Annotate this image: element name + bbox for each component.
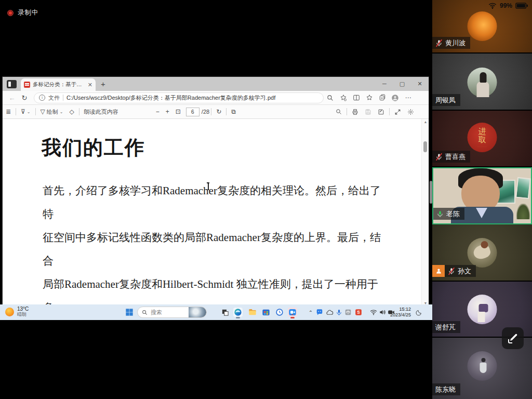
pdf-settings-gear-icon[interactable] bbox=[404, 109, 417, 115]
pdf-print-button[interactable] bbox=[349, 109, 362, 115]
participant-name: 谢舒芃 bbox=[435, 323, 456, 332]
clock-date: 2023/4/25 bbox=[387, 312, 411, 318]
participant-name: 黄川波 bbox=[445, 38, 466, 48]
participant-nametag: 孙文 bbox=[445, 265, 476, 277]
taskbar-clock-app-icon[interactable] bbox=[275, 308, 284, 317]
close-button[interactable]: ✕ bbox=[411, 77, 429, 91]
profile-avatar-icon[interactable] bbox=[389, 92, 402, 103]
pdf-fullscreen-button[interactable] bbox=[391, 109, 404, 115]
battery-icon bbox=[515, 3, 528, 9]
maximize-button[interactable]: ▢ bbox=[393, 77, 411, 91]
back-icon[interactable]: ← bbox=[6, 94, 18, 102]
address-bar[interactable]: i 文件 C:/Users/wscz9/Desktop/多标记分类：基于局部Ra… bbox=[34, 92, 324, 103]
divider bbox=[35, 108, 36, 115]
tray-ime-icon[interactable] bbox=[343, 308, 353, 317]
tray-microphone-icon[interactable] bbox=[334, 308, 343, 317]
participant-name: 周银凤 bbox=[435, 96, 456, 105]
slide-paragraph: 首先，介绍了多核学习和Rademacher复杂度的相关理论。然后，给出了特 征空… bbox=[43, 179, 387, 306]
taskbar-meeting-app-icon[interactable] bbox=[288, 308, 297, 317]
participant-name: 陈东晓 bbox=[435, 385, 456, 394]
avatar bbox=[468, 11, 497, 41]
refresh-icon[interactable]: ↻ bbox=[18, 94, 31, 102]
pdf-draw-button[interactable]: ▽ 绘制 ⌄ bbox=[37, 108, 66, 116]
plant bbox=[516, 204, 530, 219]
participant-tile[interactable]: 周银凤 bbox=[432, 54, 532, 111]
pdf-file-icon bbox=[24, 82, 30, 88]
url-scheme-label: 文件 bbox=[48, 94, 60, 102]
tray-expand-chevron-icon[interactable]: ⌃ bbox=[308, 308, 314, 317]
tray-chat-icon[interactable] bbox=[315, 308, 324, 317]
tray-s-app-icon[interactable]: S bbox=[354, 308, 363, 317]
tab-close-icon[interactable]: ✕ bbox=[88, 82, 92, 88]
pdf-save-as-button[interactable] bbox=[375, 109, 388, 115]
tray-volume-icon[interactable] bbox=[378, 308, 387, 317]
participant-tile[interactable]: 进取 ········ 曹喜燕 bbox=[432, 111, 532, 167]
battery-percent: 99% bbox=[500, 2, 512, 9]
minimize-button[interactable]: ─ bbox=[376, 77, 393, 91]
windows-taskbar: 13°C 晴朗 搜索 ⌃ bbox=[0, 304, 432, 320]
recording-dot-icon bbox=[7, 10, 14, 16]
participant-nametag: 黄川波 bbox=[432, 37, 470, 49]
split-screen-icon[interactable] bbox=[350, 92, 363, 103]
divider bbox=[389, 108, 390, 115]
url-text: C:/Users/wscz9/Desktop/多标记分类：基于局部Rademac… bbox=[66, 94, 318, 102]
pdf-erase-button[interactable]: ◇ bbox=[66, 108, 77, 115]
pdf-toc-button[interactable]: ≣ bbox=[3, 108, 14, 115]
task-view-button[interactable] bbox=[220, 308, 230, 317]
text-cursor bbox=[206, 182, 210, 190]
pdf-save-button[interactable] bbox=[362, 109, 375, 115]
browser-tab-active[interactable]: 多标记分类：基于局部Rademac ✕ bbox=[21, 78, 96, 91]
collections-icon[interactable] bbox=[376, 92, 389, 103]
pdf-read-aloud-button[interactable]: 朗读此页内容 bbox=[81, 108, 122, 116]
tray-night-mode-icon[interactable] bbox=[414, 308, 423, 317]
participant-tile[interactable]: 孙文 bbox=[432, 224, 532, 282]
favorites-star-settings-icon[interactable] bbox=[337, 92, 350, 103]
zoom-search-icon[interactable] bbox=[324, 92, 337, 103]
new-tab-button[interactable]: + bbox=[101, 79, 105, 88]
pdf-rotate-button[interactable]: ↻ bbox=[213, 108, 224, 115]
participant-tile-active-speaker[interactable]: 老陈 bbox=[432, 167, 532, 224]
page-info-icon[interactable]: i bbox=[39, 95, 45, 101]
tab-workspaces-icon[interactable] bbox=[7, 80, 17, 88]
pdf-scrollbar[interactable]: ▲ ▼ bbox=[421, 119, 429, 306]
avatar bbox=[468, 295, 497, 324]
mic-muted-icon bbox=[435, 153, 443, 161]
avatar: 进取 ········ bbox=[468, 123, 497, 152]
pdf-zoom-in-button[interactable]: + bbox=[163, 108, 172, 115]
divider bbox=[63, 95, 63, 101]
pdf-fit-page-button[interactable]: ⊡ bbox=[172, 108, 184, 115]
page-number-input[interactable] bbox=[186, 108, 200, 116]
pdf-search-button[interactable] bbox=[332, 109, 345, 115]
browser-menu-ellipsis-icon[interactable]: ⋯ bbox=[402, 92, 415, 103]
taskbar-clock[interactable]: 15:12 2023/4/25 bbox=[387, 307, 411, 318]
clock-time: 15:12 bbox=[387, 307, 411, 312]
window-controls: ─ ▢ ✕ bbox=[376, 77, 429, 91]
host-badge-icon bbox=[432, 265, 445, 277]
tray-wifi-icon[interactable] bbox=[369, 308, 378, 317]
pdf-scrollbar-thumb[interactable] bbox=[423, 141, 427, 152]
participant-nametag: 曹喜燕 bbox=[432, 151, 470, 163]
taskbar-search-box[interactable]: 搜索 bbox=[137, 307, 207, 318]
taskbar-store-icon[interactable] bbox=[261, 308, 271, 317]
taskbar-weather-widget[interactable]: 13°C 晴朗 bbox=[5, 306, 29, 317]
add-favorite-star-icon[interactable] bbox=[363, 92, 376, 103]
device-status-bar: 99% bbox=[488, 2, 528, 9]
avatar-seal-text: 进取 bbox=[478, 127, 486, 144]
taskbar-file-explorer-icon[interactable] bbox=[248, 308, 257, 317]
tray-cloud-icon[interactable] bbox=[325, 308, 334, 317]
avatar bbox=[468, 68, 497, 97]
avatar bbox=[468, 351, 497, 381]
scroll-up-icon[interactable]: ▲ bbox=[422, 120, 429, 124]
mic-muted-icon bbox=[448, 268, 455, 275]
taskbar-edge-icon[interactable] bbox=[233, 308, 243, 317]
wifi-status-icon bbox=[488, 3, 497, 9]
pdf-zoom-out-button[interactable]: − bbox=[153, 108, 163, 115]
pdf-page-view-button[interactable]: ⧉ bbox=[228, 108, 239, 115]
pdf-page[interactable]: 我们的工作 首先，介绍了多核学习和Rademacher复杂度的相关理论。然后，给… bbox=[3, 119, 429, 306]
weather-sun-icon bbox=[5, 308, 14, 316]
annotation-pen-button[interactable] bbox=[502, 327, 524, 349]
pdf-highlight-button[interactable]: ⊽⌄ bbox=[18, 108, 34, 115]
browser-tab-strip: 多标记分类：基于局部Rademac ✕ + ─ ▢ ✕ bbox=[3, 77, 429, 91]
start-button[interactable] bbox=[125, 308, 134, 317]
avatar bbox=[468, 238, 497, 268]
